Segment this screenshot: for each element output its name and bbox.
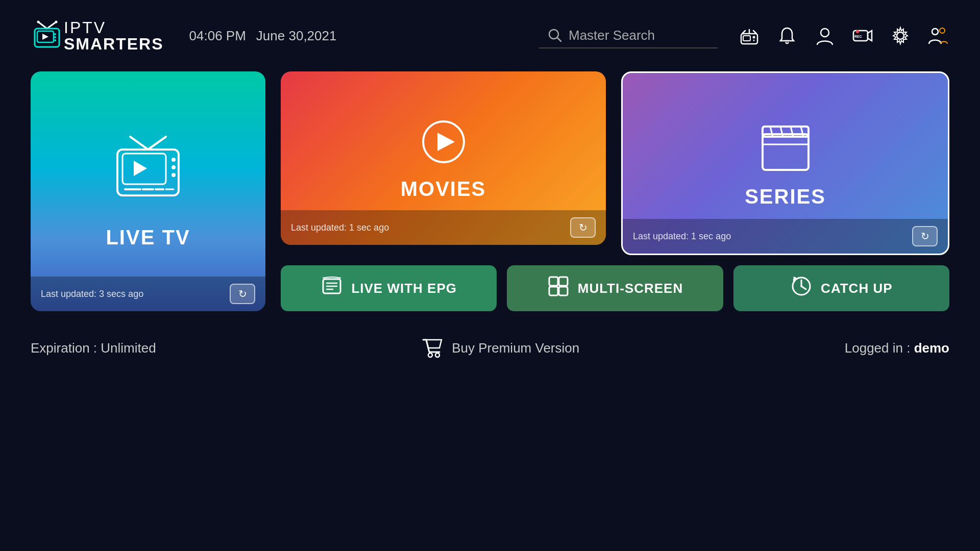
svg-point-8 <box>54 36 56 38</box>
search-label: Master Search <box>569 28 655 43</box>
svg-line-28 <box>130 137 148 149</box>
expiration: Expiration : Unlimited <box>31 340 156 356</box>
svg-line-29 <box>148 137 166 149</box>
live-tv-refresh[interactable]: ↻ <box>230 284 255 304</box>
svg-rect-55 <box>549 287 558 295</box>
live-epg-label: LIVE WITH EPG <box>351 281 457 296</box>
svg-point-62 <box>435 353 439 357</box>
svg-line-0 <box>38 22 47 29</box>
logo-smarters: SMARTERS <box>64 36 164 52</box>
live-tv-footer: Last updated: 3 secs ago ↻ <box>31 277 265 311</box>
time-display: 04:06 PM <box>189 28 246 44</box>
multi-screen-label: MULTI-SCREEN <box>578 281 683 296</box>
svg-point-7 <box>54 33 56 35</box>
logo-text: IPTV SMARTERS <box>64 19 164 52</box>
svg-point-9 <box>54 39 56 41</box>
movies-title: MOVIES <box>401 178 486 201</box>
movies-card[interactable]: MOVIES Last updated: 1 sec ago ↻ <box>281 71 606 245</box>
header: IPTV SMARTERS 04:06 PM June 30,2021 Mast… <box>0 0 980 71</box>
svg-point-2 <box>37 20 40 23</box>
catch-up-label: CATCH UP <box>821 281 892 296</box>
movies-footer: Last updated: 1 sec ago ↻ <box>281 210 606 245</box>
search-icon <box>547 28 562 43</box>
series-footer: Last updated: 1 sec ago ↻ <box>623 219 948 254</box>
live-epg-icon <box>321 275 343 302</box>
settings-icon[interactable] <box>889 24 912 47</box>
live-tv-title: LIVE TV <box>106 226 190 249</box>
main-content: LIVE TV Last updated: 3 secs ago ↻ MOVIE… <box>0 71 980 311</box>
datetime: 04:06 PM June 30,2021 <box>189 28 337 44</box>
svg-line-59 <box>801 286 806 289</box>
logo-iptv: IPTV <box>64 19 164 36</box>
svg-point-35 <box>172 173 176 177</box>
logo-icon <box>31 19 64 53</box>
svg-text:REC: REC <box>854 35 862 38</box>
svg-point-25 <box>897 32 904 39</box>
buy-premium-label: Buy Premium Version <box>452 340 579 356</box>
svg-marker-41 <box>437 133 455 151</box>
svg-marker-6 <box>42 34 48 40</box>
svg-line-1 <box>47 22 56 29</box>
movies-refresh[interactable]: ↻ <box>570 217 596 238</box>
live-tv-icon <box>102 134 194 211</box>
svg-point-3 <box>55 20 58 23</box>
cart-icon <box>421 337 444 359</box>
series-refresh[interactable]: ↻ <box>912 226 938 246</box>
svg-marker-22 <box>868 31 872 41</box>
profile-icon[interactable] <box>814 24 836 47</box>
date-display: June 30,2021 <box>256 28 337 44</box>
expiration-label: Expiration : <box>31 340 101 356</box>
series-card[interactable]: SERIES Last updated: 1 sec ago ↻ <box>621 71 949 255</box>
svg-point-61 <box>428 353 432 357</box>
movies-last-updated: Last updated: 1 sec ago <box>291 222 389 233</box>
svg-point-14 <box>753 36 755 39</box>
search-bar[interactable]: Master Search <box>539 23 718 48</box>
footer: Expiration : Unlimited Buy Premium Versi… <box>0 321 980 374</box>
svg-point-20 <box>821 29 829 37</box>
record-icon[interactable]: REC <box>851 24 874 47</box>
cards-row: LIVE TV Last updated: 3 secs ago ↻ MOVIE… <box>31 71 949 311</box>
svg-point-26 <box>932 29 938 35</box>
series-icon <box>755 119 816 175</box>
users-icon[interactable] <box>927 24 949 47</box>
logged-in-label: Logged in : <box>845 340 914 356</box>
multi-screen-button[interactable]: MULTI-SCREEN <box>507 265 723 311</box>
notification-icon[interactable] <box>776 24 798 47</box>
right-column: MOVIES Last updated: 1 sec ago ↻ <box>281 71 949 311</box>
logged-in: Logged in : demo <box>845 340 949 356</box>
svg-marker-32 <box>134 161 147 176</box>
svg-point-15 <box>753 40 755 41</box>
svg-rect-54 <box>559 277 568 286</box>
svg-line-11 <box>557 38 561 41</box>
svg-rect-53 <box>549 277 558 286</box>
catch-up-icon <box>790 275 813 302</box>
svg-point-33 <box>172 158 176 162</box>
top-right: MOVIES Last updated: 1 sec ago ↻ <box>281 71 949 255</box>
nav-icons: REC <box>738 24 949 47</box>
live-tv-card[interactable]: LIVE TV Last updated: 3 secs ago ↻ <box>31 71 265 311</box>
series-last-updated: Last updated: 1 sec ago <box>633 231 731 242</box>
live-tv-icon-container <box>102 134 194 211</box>
live-epg-button[interactable]: LIVE WITH EPG <box>281 265 497 311</box>
svg-rect-42 <box>763 134 808 170</box>
radio-icon[interactable] <box>738 24 761 47</box>
logged-in-user: demo <box>914 340 949 356</box>
series-title: SERIES <box>745 185 826 208</box>
live-tv-last-updated: Last updated: 3 secs ago <box>41 289 143 299</box>
buy-premium-button[interactable]: Buy Premium Version <box>421 337 579 359</box>
svg-rect-13 <box>743 36 750 41</box>
svg-point-27 <box>940 28 945 33</box>
movies-icon <box>418 116 469 167</box>
svg-point-23 <box>856 30 859 33</box>
feature-buttons: LIVE WITH EPG MULTI-SCREEN <box>281 265 949 311</box>
logo: IPTV SMARTERS <box>31 19 164 53</box>
multi-screen-icon <box>547 275 570 302</box>
catch-up-button[interactable]: CATCH UP <box>733 265 949 311</box>
svg-rect-56 <box>559 287 568 295</box>
svg-point-34 <box>172 165 176 169</box>
expiration-value: Unlimited <box>101 340 156 356</box>
